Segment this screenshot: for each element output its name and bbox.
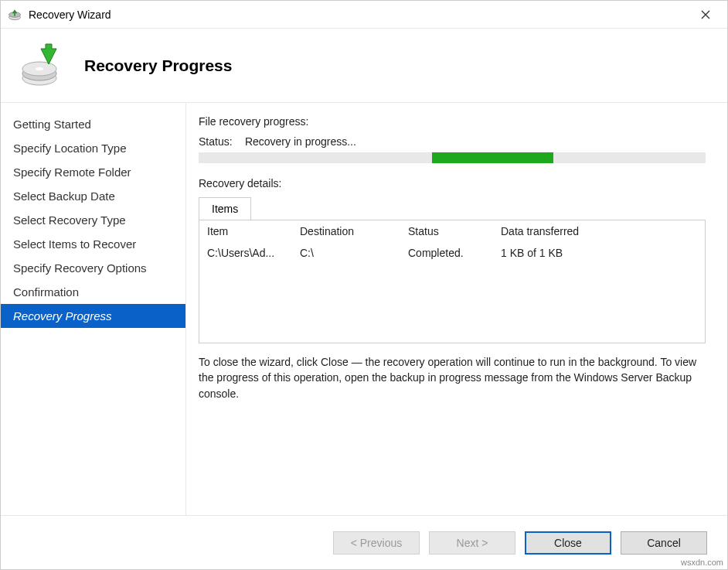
svg-point-5 <box>36 67 43 70</box>
cancel-button[interactable]: Cancel <box>621 531 707 555</box>
close-button[interactable]: Close <box>525 531 611 555</box>
sidebar-item-select-recovery-type[interactable]: Select Recovery Type <box>1 208 185 232</box>
next-button: Next > <box>429 531 515 555</box>
col-header-destination[interactable]: Destination <box>300 225 408 237</box>
header: Recovery Progress <box>1 29 727 102</box>
help-text: To close the wizard, click Close — the r… <box>199 354 706 401</box>
footer: < Previous Next > Close Cancel <box>1 515 727 569</box>
tab-strip: Items <box>199 197 706 220</box>
col-header-status[interactable]: Status <box>408 225 501 237</box>
app-icon <box>7 7 22 22</box>
cell-status: Completed. <box>408 247 501 259</box>
table-row[interactable]: C:\Users\Ad... C:\ Completed. 1 KB of 1 … <box>199 242 705 264</box>
status-key: Status: <box>199 135 242 148</box>
sidebar-item-specify-recovery-options[interactable]: Specify Recovery Options <box>1 256 185 280</box>
sidebar-item-select-backup-date[interactable]: Select Backup Date <box>1 184 185 208</box>
sidebar-item-select-items-to-recover[interactable]: Select Items to Recover <box>1 232 185 256</box>
wizard-window: Recovery Wizard Recovery Progress Gettin… <box>0 0 728 570</box>
cell-destination: C:\ <box>300 247 408 259</box>
recovery-icon <box>18 43 64 89</box>
sidebar-item-confirmation[interactable]: Confirmation <box>1 280 185 304</box>
cell-data-transferred: 1 KB of 1 KB <box>501 247 697 259</box>
details-grid: Item Destination Status Data transferred… <box>199 220 706 343</box>
titlebar: Recovery Wizard <box>1 1 727 29</box>
sidebar: Getting Started Specify Location Type Sp… <box>1 103 186 515</box>
grid-header: Item Destination Status Data transferred <box>199 220 705 242</box>
content-area: File recovery progress: Status: Recovery… <box>186 103 727 515</box>
sidebar-item-specify-location-type[interactable]: Specify Location Type <box>1 136 185 160</box>
status-value: Recovery in progress... <box>245 135 356 148</box>
progress-bar-fill <box>432 152 553 163</box>
col-header-data-transferred[interactable]: Data transferred <box>501 225 697 237</box>
sidebar-item-getting-started[interactable]: Getting Started <box>1 112 185 136</box>
wizard-body: Getting Started Specify Location Type Sp… <box>1 102 727 515</box>
progress-bar-track <box>199 152 706 163</box>
sidebar-item-recovery-progress[interactable]: Recovery Progress <box>1 304 185 328</box>
status-row: Status: Recovery in progress... <box>199 135 706 148</box>
sidebar-item-specify-remote-folder[interactable]: Specify Remote Folder <box>1 160 185 184</box>
cell-item: C:\Users\Ad... <box>207 247 300 259</box>
window-title: Recovery Wizard <box>29 9 690 21</box>
col-header-item[interactable]: Item <box>207 225 300 237</box>
page-title: Recovery Progress <box>84 56 232 75</box>
previous-button: < Previous <box>333 531 420 555</box>
close-icon[interactable] <box>690 1 721 28</box>
progress-label: File recovery progress: <box>199 115 706 128</box>
details-label: Recovery details: <box>199 177 706 189</box>
tab-items[interactable]: Items <box>199 197 251 220</box>
watermark: wsxdn.com <box>681 558 723 567</box>
